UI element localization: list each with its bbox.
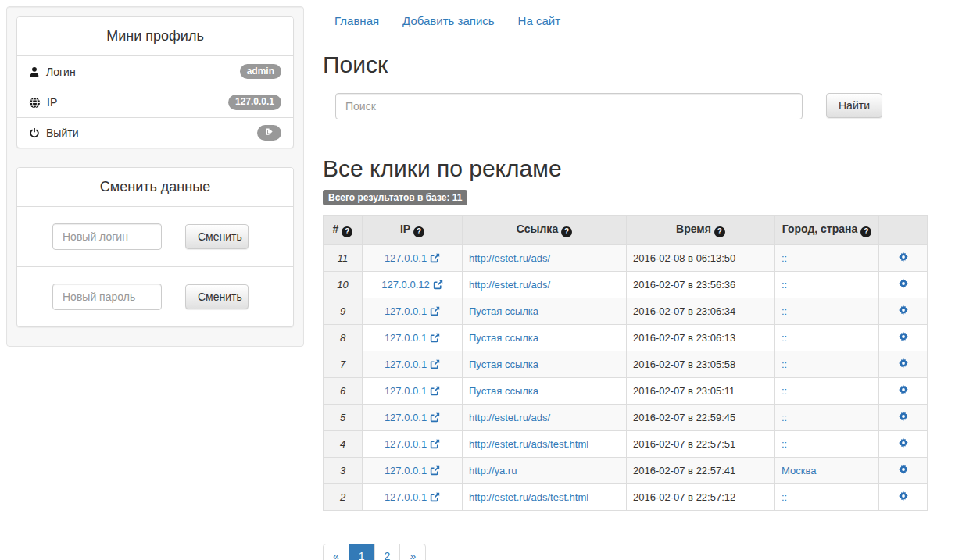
table-row: 10 127.0.0.12 http://estet.ru/ads/ 2016-…	[324, 271, 928, 298]
ip-link[interactable]: 127.0.0.1	[385, 438, 427, 450]
city-link[interactable]: ::	[782, 305, 787, 317]
new-password-input[interactable]	[52, 284, 162, 310]
click-url-link[interactable]: http://estet.ru/ads/	[469, 412, 550, 423]
results-title: Все клики по рекламе	[323, 155, 949, 182]
city-link[interactable]: ::	[782, 491, 787, 503]
ip-link[interactable]: 127.0.0.1	[385, 252, 427, 264]
change-login-button[interactable]: Сменить	[185, 224, 249, 249]
question-icon[interactable]	[860, 226, 871, 237]
pagination-prev[interactable]: «	[323, 544, 349, 560]
profile-row-ip: IP 127.0.0.1	[17, 87, 293, 117]
city-link[interactable]: ::	[782, 412, 787, 423]
city-link[interactable]: ::	[782, 438, 787, 450]
external-link-icon[interactable]	[433, 280, 443, 292]
click-url-link[interactable]: http://estet.ru/ads/	[469, 279, 550, 291]
top-nav: Главная Добавить запись На сайт	[323, 6, 949, 35]
city-link[interactable]: ::	[782, 358, 787, 370]
nav-to-site[interactable]: На сайт	[506, 6, 572, 35]
settings-button[interactable]	[898, 251, 909, 262]
header-actions	[879, 216, 928, 245]
question-icon[interactable]	[413, 226, 424, 237]
ip-link[interactable]: 127.0.0.1	[385, 305, 427, 317]
pagination-page-2[interactable]: 2	[374, 544, 401, 560]
external-link-icon[interactable]	[430, 387, 440, 398]
click-url-link[interactable]: Пустая ссылка	[469, 385, 538, 397]
city-link[interactable]: ::	[782, 332, 787, 344]
ip-label: IP	[47, 96, 57, 109]
nav-home[interactable]: Главная	[323, 6, 391, 35]
search-button[interactable]: Найти	[826, 93, 882, 118]
external-link-icon[interactable]	[430, 254, 440, 266]
logout-button[interactable]	[257, 125, 281, 141]
external-link-icon[interactable]	[430, 440, 440, 451]
settings-button[interactable]	[898, 490, 909, 501]
settings-button[interactable]	[898, 331, 909, 342]
click-url-link[interactable]: http://estet.ru/ads/test.html	[469, 491, 588, 503]
nav-add-record[interactable]: Добавить запись	[391, 6, 506, 35]
change-password-row: Сменить	[17, 266, 293, 326]
settings-button[interactable]	[898, 437, 909, 448]
ip-badge: 127.0.0.1	[228, 95, 281, 109]
gear-icon	[898, 386, 909, 398]
table-row: 4 127.0.0.1 http://estet.ru/ads/test.htm…	[324, 430, 928, 457]
click-url-link[interactable]: Пустая ссылка	[469, 332, 538, 344]
ip-link[interactable]: 127.0.0.1	[385, 385, 427, 397]
external-link-icon[interactable]	[430, 360, 440, 372]
profile-row-logout[interactable]: Выйти	[17, 117, 293, 148]
login-label: Логин	[46, 66, 76, 78]
settings-button[interactable]	[898, 358, 909, 369]
sidebar: Мини профиль Логин admin IP 127.0.0.1	[6, 6, 304, 347]
gear-icon	[898, 492, 909, 504]
new-login-input[interactable]	[52, 223, 162, 250]
settings-button[interactable]	[898, 411, 909, 422]
external-link-icon[interactable]	[430, 466, 440, 478]
click-time: 2016-02-07 в 22:57:51	[627, 430, 775, 457]
ip-link[interactable]: 127.0.0.1	[385, 358, 427, 370]
page: Мини профиль Логин admin IP 127.0.0.1	[0, 0, 955, 560]
question-icon[interactable]	[561, 226, 572, 237]
pagination: « 1 2 »	[323, 544, 426, 560]
city-link[interactable]: Москва	[782, 465, 816, 476]
settings-button[interactable]	[898, 384, 909, 395]
ip-link[interactable]: 127.0.0.1	[385, 412, 427, 423]
main-content: Главная Добавить запись На сайт Поиск На…	[323, 6, 949, 560]
gear-icon	[898, 439, 909, 451]
city-link[interactable]: ::	[782, 279, 787, 291]
click-url-link[interactable]: http://estet.ru/ads/test.html	[469, 438, 588, 450]
settings-button[interactable]	[898, 464, 909, 475]
logout-icon	[264, 127, 274, 138]
ip-link[interactable]: 127.0.0.1	[385, 491, 427, 503]
gear-icon	[898, 333, 909, 344]
gear-icon	[898, 253, 909, 265]
change-password-button[interactable]: Сменить	[185, 284, 249, 309]
login-badge: admin	[240, 64, 281, 79]
ip-link[interactable]: 127.0.0.1	[385, 332, 427, 344]
pagination-page-1[interactable]: 1	[349, 544, 375, 560]
question-icon[interactable]	[714, 226, 725, 237]
search-input[interactable]	[335, 93, 803, 119]
pagination-next[interactable]: »	[399, 544, 426, 560]
ip-link[interactable]: 127.0.0.12	[381, 279, 429, 291]
click-url-link[interactable]: http://estet.ru/ads/	[469, 252, 550, 264]
city-link[interactable]: ::	[782, 385, 787, 397]
row-number: 2	[324, 483, 363, 510]
question-icon[interactable]	[342, 226, 352, 237]
click-url-link[interactable]: Пустая ссылка	[469, 305, 538, 317]
city-link[interactable]: ::	[782, 252, 787, 264]
change-data-title: Сменить данные	[17, 168, 293, 207]
click-url-link[interactable]: Пустая ссылка	[469, 358, 538, 370]
settings-button[interactable]	[898, 278, 909, 289]
row-number: 7	[324, 351, 363, 377]
gear-icon	[898, 306, 909, 318]
click-time: 2016-02-07 в 23:05:11	[627, 377, 775, 404]
external-link-icon[interactable]	[430, 493, 440, 505]
external-link-icon[interactable]	[430, 334, 440, 345]
click-url-link[interactable]: http://ya.ru	[469, 465, 517, 476]
header-link: Ссылка	[463, 216, 627, 245]
user-icon	[29, 66, 40, 77]
settings-button[interactable]	[898, 305, 909, 316]
external-link-icon[interactable]	[430, 307, 440, 319]
external-link-icon[interactable]	[430, 413, 440, 425]
ip-link[interactable]: 127.0.0.1	[385, 465, 427, 476]
gear-icon	[898, 465, 909, 477]
